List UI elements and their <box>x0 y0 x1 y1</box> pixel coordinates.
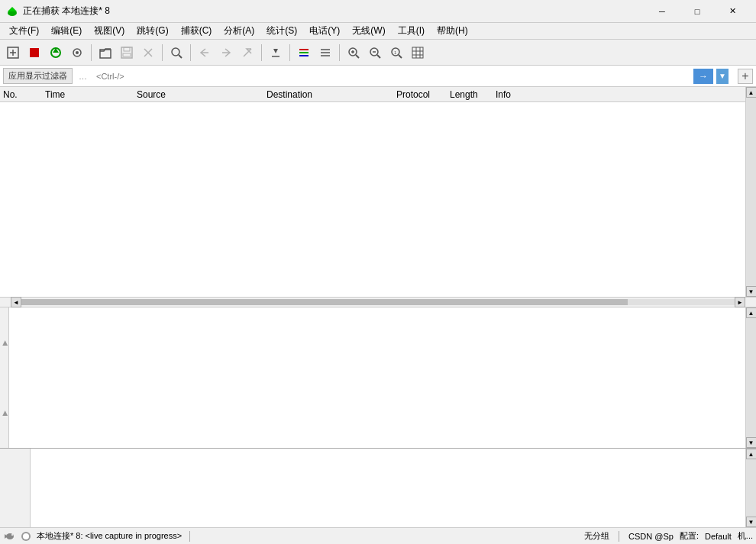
menu-bar: 文件(F) 编辑(E) 视图(V) 跳转(G) 捕获(C) 分析(A) 统计(S… <box>0 23 756 40</box>
go-back-button[interactable] <box>195 43 215 63</box>
status-main-text: 本地连接* 8: <live capture in progress> <box>37 530 182 542</box>
svg-line-35 <box>399 55 402 58</box>
menu-telephony[interactable]: 电话(Y) <box>303 23 346 39</box>
status-record-icon <box>20 530 32 542</box>
column-header-info[interactable]: Info <box>496 89 753 100</box>
detail-vscroll-down[interactable]: ▼ <box>746 437 757 448</box>
svg-point-9 <box>76 51 79 54</box>
app-window: 正在捕获 本地连接* 8 ─ □ ✕ 文件(F) 编辑(E) 视图(V) 跳转(… <box>0 0 756 544</box>
status-right: 无分组 CSDN @Sp 配置: Default 机... <box>584 530 753 542</box>
svg-line-17 <box>179 55 182 58</box>
status-profile-label: 配置: <box>680 530 699 542</box>
go-to-packet-button[interactable] <box>237 43 257 63</box>
new-capture-button[interactable] <box>3 43 23 63</box>
close-button[interactable]: ✕ <box>715 0 750 23</box>
column-header-no[interactable]: No. <box>3 89 45 100</box>
menu-help[interactable]: 帮助(H) <box>431 23 474 39</box>
menu-capture[interactable]: 捕获(C) <box>175 23 218 39</box>
packet-list-vscrollbar[interactable]: ▲ ▼ <box>745 87 756 297</box>
packet-list-hscrollbar[interactable]: ◄ ► <box>0 297 756 307</box>
bytes-vscrollbar[interactable]: ▲ ▼ <box>745 449 756 527</box>
column-header-protocol[interactable]: Protocol <box>396 89 450 100</box>
svg-point-16 <box>172 48 179 56</box>
hscroll-left-button[interactable]: ◄ <box>11 297 21 307</box>
separator-5 <box>289 44 290 61</box>
title-bar-left: 正在捕获 本地连接* 8 <box>6 5 110 18</box>
status-bar: 本地连接* 8: <live capture in progress> 无分组 … <box>0 527 756 544</box>
menu-analyze[interactable]: 分析(A) <box>218 23 260 39</box>
find-packet-button[interactable] <box>166 43 186 63</box>
packet-list-body <box>0 102 756 297</box>
stop-capture-button[interactable] <box>24 43 44 63</box>
zoom-in-button[interactable] <box>344 43 363 63</box>
colorize-button[interactable] <box>294 43 314 63</box>
column-header-time[interactable]: Time <box>45 89 137 100</box>
bytes-vscroll-up[interactable]: ▲ <box>746 449 757 459</box>
filter-apply-button[interactable]: → <box>693 69 713 84</box>
scroll-end-button[interactable] <box>266 43 286 63</box>
window-title: 正在捕获 本地连接* 8 <box>23 5 110 18</box>
separator-3 <box>190 44 191 61</box>
bytes-vscroll-down[interactable]: ▼ <box>746 517 757 527</box>
restart-capture-button[interactable] <box>46 43 66 63</box>
zoom-normal-button[interactable]: 1 <box>386 43 406 63</box>
app-icon <box>6 5 18 18</box>
menu-go[interactable]: 跳转(G) <box>131 23 174 39</box>
column-header-source[interactable]: Source <box>137 89 267 100</box>
svg-rect-37 <box>412 47 423 58</box>
column-header-length[interactable]: Length <box>450 89 496 100</box>
menu-statistics[interactable]: 统计(S) <box>260 23 303 39</box>
filter-bar: 应用显示过滤器 … → ▼ + <box>0 66 756 87</box>
packet-bytes-section: ▲ ▼ <box>0 449 756 527</box>
auto-scroll-button[interactable] <box>315 43 335 63</box>
status-separator-2 <box>619 531 619 542</box>
minimize-button[interactable]: ─ <box>645 0 680 23</box>
status-profile-value: Default <box>705 532 732 541</box>
packet-list-header: No. Time Source Destination Protocol Len… <box>0 87 756 102</box>
vscroll-down-button[interactable]: ▼ <box>746 286 757 297</box>
svg-point-46 <box>23 533 29 539</box>
separator-4 <box>261 44 262 61</box>
main-toolbar: 1 <box>0 40 756 66</box>
hscroll-track <box>21 299 735 305</box>
separator-6 <box>339 44 340 61</box>
packet-detail-section: ▶ ▶ ▲ ▼ <box>0 307 756 449</box>
hscroll-right-button[interactable]: ► <box>735 297 745 307</box>
close-file-button[interactable] <box>138 43 158 63</box>
maximize-button[interactable]: □ <box>680 0 715 23</box>
open-file-button[interactable] <box>95 43 115 63</box>
window-controls: ─ □ ✕ <box>645 0 750 23</box>
resize-columns-button[interactable] <box>408 43 428 63</box>
filter-input[interactable] <box>93 69 690 84</box>
menu-wireless[interactable]: 无线(W) <box>346 23 391 39</box>
svg-rect-5 <box>30 48 39 57</box>
packet-detail-content <box>0 307 756 448</box>
go-forward-button[interactable] <box>216 43 236 63</box>
menu-tools[interactable]: 工具(I) <box>392 23 431 39</box>
svg-line-32 <box>377 55 380 58</box>
bytes-content <box>31 449 756 527</box>
status-extra: 机... <box>738 530 753 542</box>
filter-add-button[interactable]: + <box>738 69 753 84</box>
save-file-button[interactable] <box>117 43 137 63</box>
zoom-out-button[interactable] <box>365 43 385 63</box>
filter-dropdown-button[interactable]: ▼ <box>716 69 729 84</box>
filter-label: 应用显示过滤器 <box>3 68 73 84</box>
menu-file[interactable]: 文件(F) <box>3 23 45 39</box>
menu-view[interactable]: 视图(V) <box>88 23 131 39</box>
column-header-destination[interactable]: Destination <box>267 89 396 100</box>
svg-line-28 <box>356 55 359 58</box>
vscroll-up-button[interactable]: ▲ <box>746 87 757 98</box>
detail-vscroll-up[interactable]: ▲ <box>746 307 757 318</box>
detail-vscrollbar[interactable]: ▲ ▼ <box>745 307 756 448</box>
separator-2 <box>162 44 163 61</box>
bytes-vscroll-track <box>746 459 757 517</box>
svg-text:1: 1 <box>394 50 397 55</box>
capture-options-button[interactable] <box>67 43 87 63</box>
filter-dots: … <box>76 72 90 81</box>
svg-marker-1 <box>8 7 17 11</box>
menu-edit[interactable]: 编辑(E) <box>45 23 88 39</box>
status-separator-1 <box>189 531 190 542</box>
detail-left-markers: ▶ ▶ <box>0 307 9 448</box>
hscroll-thumb[interactable] <box>21 299 628 305</box>
